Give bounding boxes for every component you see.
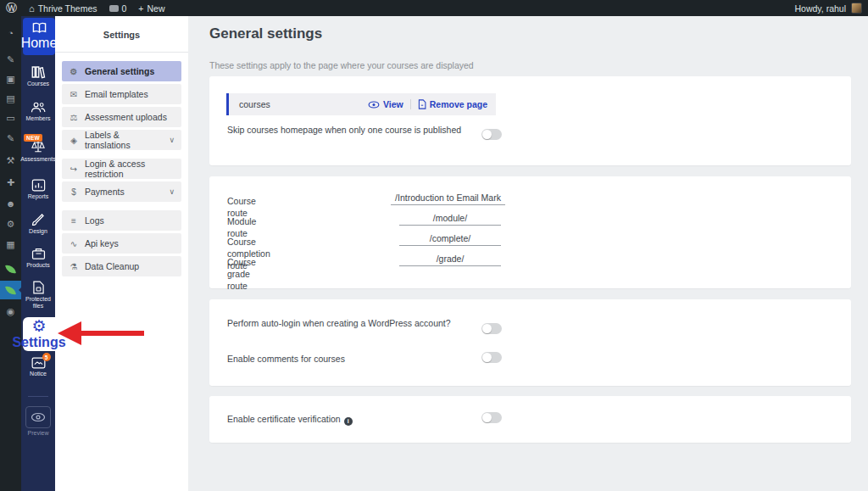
nav-item-data-cleanup[interactable]: ⚗ Data Cleanup — [62, 256, 181, 276]
book-icon — [32, 22, 47, 34]
nav-item-label: Data Cleanup — [85, 261, 139, 271]
sidebar-item-settings-active[interactable]: ⚙ Settings — [23, 317, 55, 351]
posts-icon[interactable]: ✎ — [0, 51, 21, 68]
extensions-icon[interactable]: ✚ — [0, 174, 21, 191]
scales-icon: ⚖ — [69, 113, 79, 122]
plugins-icon[interactable]: ⚒ — [0, 152, 21, 169]
plus-icon: + — [138, 3, 143, 14]
nav-divider — [55, 52, 188, 53]
nav-item-login-access[interactable]: ↪ Login & access restriction — [62, 159, 181, 179]
autologin-label: Perform auto-login when creating a WordP… — [227, 317, 490, 329]
thrive-settings-page: Ⓦ ⌂ Thrive Themes 0 + New Howdy, rahul ◔… — [0, 0, 868, 491]
courses-page-card: courses View Remove page Skip courses ho… — [209, 76, 851, 165]
sidebar-item-preview[interactable]: Preview — [21, 406, 55, 437]
remove-page-button[interactable]: Remove page — [418, 99, 487, 109]
grade-route-input[interactable] — [399, 254, 501, 266]
apprentice-sidebar: Home Courses Members NEW Assessments Rep… — [21, 16, 55, 491]
sidebar-item-products[interactable]: Products — [21, 247, 55, 269]
sidebar-item-label: Reports — [28, 193, 49, 200]
account-settings-card: Perform auto-login when creating a WordP… — [209, 299, 851, 386]
view-label: View — [383, 99, 403, 109]
grade-route-label: Course grade route — [227, 256, 256, 293]
preview-box — [25, 406, 51, 428]
comments-menu-icon[interactable]: ▭ — [0, 109, 21, 126]
nav-item-api-keys[interactable]: ∿ Api keys — [62, 233, 181, 254]
page-subtitle: These settings apply to the page where y… — [209, 60, 474, 70]
sidebar-divider — [28, 396, 48, 397]
sidebar-item-courses[interactable]: Courses — [21, 65, 55, 87]
completion-route-input[interactable] — [399, 233, 501, 246]
sidebar-item-protected-files[interactable]: Protected files — [21, 281, 55, 310]
info-icon: i — [344, 417, 353, 426]
nav-item-logs[interactable]: ≡ Logs — [62, 210, 181, 231]
gear-icon: ⚙ — [69, 67, 79, 76]
nav-item-email-templates[interactable]: ✉ Email templates — [62, 84, 181, 104]
course-route-input[interactable] — [391, 192, 505, 205]
notice-count-badge: 5 — [42, 353, 51, 361]
sidebar-item-assessments[interactable]: NEW Assessments — [21, 140, 55, 163]
sidebar-item-label: Assessments — [20, 156, 56, 163]
scales-icon — [31, 140, 46, 154]
page-icon — [418, 99, 426, 109]
vertical-divider — [410, 99, 411, 109]
certificate-toggle[interactable] — [481, 412, 502, 423]
thrive-dashboard-icon[interactable] — [0, 260, 21, 277]
module-route-input[interactable] — [399, 213, 501, 226]
comments-label: Enable comments for courses — [227, 353, 490, 365]
account-menu[interactable]: Howdy, rahul — [789, 0, 868, 16]
view-page-button[interactable]: View — [368, 99, 403, 109]
comments-icon — [109, 5, 119, 12]
nav-item-label: General settings — [85, 66, 154, 76]
nav-group-gap — [55, 150, 188, 156]
sidebar-item-members[interactable]: Members — [21, 101, 55, 122]
gear-icon: ⚙ — [31, 318, 46, 334]
autologin-toggle[interactable] — [481, 323, 502, 334]
eye-icon — [368, 101, 380, 109]
toggle-knob — [482, 413, 492, 422]
wordpress-logo-icon: Ⓦ — [6, 3, 17, 14]
nav-item-general-settings[interactable]: ⚙ General settings — [62, 61, 181, 81]
notice-icon-wrap: 5 — [31, 357, 46, 369]
nav-item-assessment-uploads[interactable]: ⚖ Assessment uploads — [62, 107, 181, 127]
nav-group-gap — [55, 202, 188, 208]
remove-page-label: Remove page — [430, 99, 487, 109]
sidebar-item-label: Members — [25, 115, 50, 122]
list-icon: ≡ — [69, 216, 79, 226]
nav-item-label: Assessment uploads — [85, 112, 167, 122]
dashboard-icon[interactable]: ◔ — [0, 25, 21, 42]
nav-item-labels-translations[interactable]: ◈ Labels & translations ∨ — [62, 130, 181, 150]
nav-item-payments[interactable]: $ Payments ∨ — [62, 181, 181, 202]
sidebar-item-label: Settings — [12, 335, 65, 350]
flask-icon: ⚗ — [69, 262, 79, 271]
tools-icon[interactable]: ⚙ — [0, 215, 21, 232]
toggle-knob — [482, 130, 492, 139]
login-icon: ↪ — [69, 165, 79, 174]
nav-item-label: Api keys — [85, 238, 119, 248]
people-icon — [31, 101, 47, 114]
wp-logo-menu[interactable]: Ⓦ — [0, 0, 23, 16]
skip-homepage-toggle[interactable] — [481, 129, 502, 140]
sidebar-item-home[interactable]: Home — [23, 18, 55, 55]
thrive-apprentice-menu-active[interactable] — [0, 281, 21, 299]
nav-item-label: Payments — [85, 187, 125, 197]
howdy-label: Howdy, rahul — [795, 3, 847, 14]
new-label: New — [147, 3, 164, 14]
tag-icon: ◈ — [69, 136, 79, 145]
new-badge: NEW — [24, 134, 42, 142]
sidebar-item-notice[interactable]: 5 Notice — [21, 357, 55, 377]
settings-grid-icon[interactable]: ▦ — [0, 236, 21, 253]
dollar-icon: $ — [69, 187, 79, 197]
comments-menu[interactable]: 0 — [103, 0, 133, 16]
appearance-icon[interactable]: ✎ — [0, 130, 21, 147]
comments-toggle[interactable] — [481, 352, 502, 363]
sidebar-item-design[interactable]: Design — [21, 213, 55, 235]
sidebar-item-label: Products — [26, 262, 50, 269]
nav-item-label: Email templates — [85, 89, 148, 99]
users-icon[interactable]: ☻ — [0, 195, 21, 212]
site-name-menu[interactable]: ⌂ Thrive Themes — [23, 0, 103, 16]
media-icon[interactable]: ▣ — [0, 70, 21, 87]
collapse-menu-icon[interactable]: ◉ — [0, 303, 21, 320]
new-content-menu[interactable]: + New — [132, 0, 170, 16]
sidebar-item-reports[interactable]: Reports — [21, 179, 55, 200]
pages-icon[interactable]: ▤ — [0, 90, 21, 107]
